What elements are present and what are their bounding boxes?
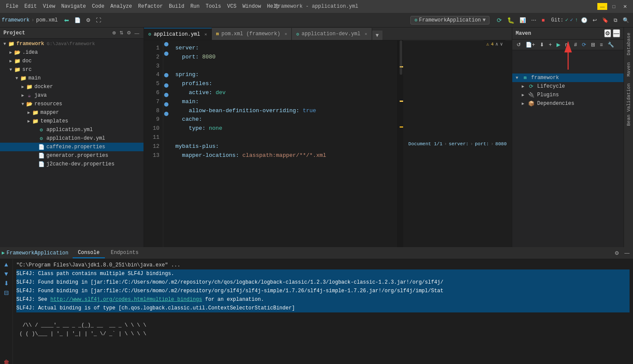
tree-item-idea[interactable]: ▶ 📂 .idea [0,48,144,57]
bottom-close-btn[interactable]: — [623,249,631,257]
menu-window[interactable]: Window [240,3,263,10]
history-btn[interactable]: 🕐 [579,16,590,24]
debug-restart-btn[interactable]: ⟳ [495,15,504,25]
tree-item-java[interactable]: ▶ ☕ java [0,91,144,100]
menu-vcs[interactable]: VCS [225,3,239,10]
menu-build[interactable]: Build [166,3,187,10]
scroll-down3-btn[interactable]: ⊟ [4,289,9,296]
tree-item-framework-root[interactable]: ▼ 📁 framework G:\Java\framework [0,40,144,48]
slf4j-link[interactable]: http://www.slf4j.org/codes.html#multiple… [50,297,202,303]
code-editor[interactable]: server: port: 8080 spring: profiles: act… [170,40,397,247]
settings-btn[interactable]: ⚙ [84,16,93,24]
maximize-button[interactable]: □ [610,3,618,10]
breakpoint-line2[interactable] [164,52,168,56]
maven-lifecycle-btn[interactable]: m [563,41,571,49]
tree-item-docker[interactable]: ▶ 📁 docker [0,83,144,91]
new-scratch-btn[interactable]: 📄 [72,16,83,24]
scroll-down-btn[interactable]: ▼ [3,270,9,277]
menu-navigate[interactable]: Navigate [58,3,89,10]
undo-btn[interactable]: ↩ [590,16,599,24]
tab-application-dev-yml[interactable]: ⚙ application-dev.yml ✕ [292,28,372,40]
bottom-tab-endpoints[interactable]: Endpoints [106,248,144,258]
menu-edit[interactable]: Edit [22,3,40,10]
breakpoint-line5[interactable] [164,73,168,77]
tree-item-j2cache-dev-props[interactable]: ▶ 📄 j2cache-dev.properties [0,160,144,168]
search-everywhere-btn[interactable]: 🔍 [621,16,631,24]
tab-close-application-yml[interactable]: ✕ [205,32,207,37]
maven-settings-btn[interactable]: ⚙ [604,29,611,37]
maven-add-dep-btn[interactable]: + [547,41,553,49]
maven-collapse-all-btn[interactable]: ≡ [598,41,605,49]
menu-view[interactable]: View [40,3,58,10]
maven-reload-btn[interactable]: ⟳ [580,41,588,49]
stop-btn[interactable]: ■ [539,16,547,24]
tree-item-generator-props[interactable]: ▶ 📄 generator.properties [0,151,144,160]
breakpoint-line8[interactable] [164,102,168,107]
tree-item-resources[interactable]: ▼ 📂 resources [0,100,144,108]
maven-item-framework[interactable]: ▼ m framework [512,73,624,82]
menu-analyze[interactable]: Analyze [108,3,135,10]
right-tab-maven[interactable]: Maven [625,59,633,80]
coverage-btn[interactable]: 📊 [517,16,528,24]
right-tab-database[interactable]: Database [625,29,633,59]
tree-item-main[interactable]: ▼ 📁 main [0,74,144,83]
maven-collapse-btn[interactable]: — [613,29,620,37]
menu-refactor[interactable]: Refactor [135,3,165,10]
close-button[interactable]: ✕ [621,3,630,10]
tree-item-src[interactable]: ▼ 📁 src [0,65,144,74]
maven-item-lifecycle[interactable]: ▶ ⟳ Lifecycle [512,82,624,91]
maven-item-dependencies[interactable]: ▶ 📦 Dependencies [512,99,624,108]
tab-pom-xml[interactable]: m pom.xml (framework) ✕ [212,28,292,40]
scrollbar-thumb[interactable] [400,40,402,75]
breakpoint-line6[interactable] [164,83,168,88]
maven-add-btn[interactable]: 📄+ [524,41,537,49]
menu-tools[interactable]: Tools [203,3,224,10]
expand-btn[interactable]: ⛶ [94,16,103,24]
project-add-btn[interactable]: ⊕ [111,29,117,37]
maven-download-btn[interactable]: ⬇ [538,41,546,49]
bookmarks-btn[interactable]: 🔖 [600,16,611,24]
tab-dropdown-btn[interactable]: ▼ [372,31,382,40]
tab-application-yml[interactable]: ⚙ application.yml ✕ [144,28,212,40]
maven-run-btn[interactable]: ▶ [555,41,562,49]
minimize-button[interactable]: — [597,3,607,10]
project-sort-btn[interactable]: ⇅ [119,29,124,37]
menu-code[interactable]: Code [89,3,107,10]
maven-phases-btn[interactable]: # [572,41,579,49]
clear-console-btn[interactable]: 🗑 [3,359,9,364]
tree-item-caffeine-props[interactable]: ▶ 📄 caffeine.properties [0,143,144,151]
tree-item-doc[interactable]: ▶ 📁 doc [0,57,144,65]
maven-toggle-btn[interactable]: ⊞ [589,41,597,49]
bottom-settings-btn[interactable]: ⚙ [613,249,621,257]
debug-bug-btn[interactable]: 🐛 [505,15,517,25]
tab-close-pom-xml[interactable]: ✕ [284,31,287,37]
scroll-up-btn[interactable]: ▲ [3,261,9,268]
tree-item-application-yml[interactable]: ▶ ⚙ application.yml [0,125,144,134]
split-btn[interactable]: ⧉ [612,16,620,24]
tab-close-application-dev-yml[interactable]: ✕ [365,31,367,37]
breakpoint-line1[interactable] [164,42,168,46]
tree-item-application-dev-yml[interactable]: ▶ ⚙ application-dev.yml [0,134,144,143]
tree-item-mapper[interactable]: ▶ 📁 mapper [0,108,144,117]
breakpoint-line7[interactable] [164,93,168,97]
run-config-bottom-label[interactable]: ▶ FrameworkApplication [2,250,68,256]
git-push[interactable]: ↑ [575,17,578,23]
maven-item-plugins[interactable]: ▶ 🔌 Plugins [512,91,624,99]
breadcrumb-framework[interactable]: framework [2,17,30,23]
warning-nav-down[interactable]: ∨ [500,41,503,47]
right-tab-bean-validation[interactable]: Bean Validation [625,80,633,129]
maven-wrench-btn[interactable]: 🔧 [606,41,616,49]
project-settings-btn[interactable]: ⚙ [126,29,132,37]
console-output[interactable]: "C:\Program Files\Java\jdk1.8.0_251\bin\… [13,259,633,364]
project-collapse-btn[interactable]: — [134,29,140,37]
warning-nav-up[interactable]: ∧ [495,41,498,47]
breadcrumb-pom[interactable]: pom.xml [36,17,58,23]
breakpoint-line9[interactable] [164,112,168,116]
bottom-tab-console[interactable]: Console [73,248,104,258]
more-btn[interactable]: ⋯ [529,16,538,24]
back-btn[interactable]: ⬅ [62,15,71,25]
tree-item-templates[interactable]: ▶ 📁 templates [0,117,144,125]
menu-run[interactable]: Run [188,3,202,10]
run-config-dropdown[interactable]: ⚙ FrameworkApplication ▼ [410,16,489,24]
scroll-down2-btn[interactable]: ⬇ [4,280,9,287]
